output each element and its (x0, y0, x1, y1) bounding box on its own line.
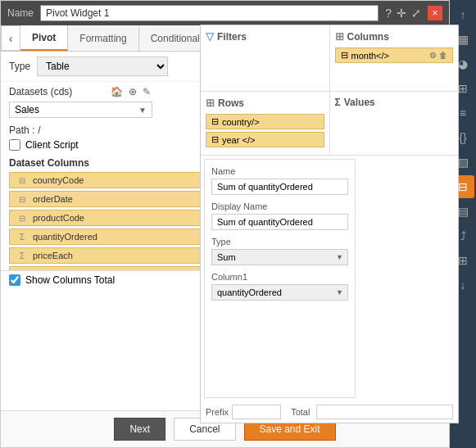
dataset-add-btn[interactable]: ⊕ (127, 85, 138, 98)
dim-icon: ⊟ (16, 176, 28, 185)
filters-label: Filters (217, 31, 247, 43)
pivot-config-panel: ▽ Filters ⊞ Columns ⊟ month</> ⚙ 🗑 (200, 25, 459, 423)
rows-country-tag[interactable]: ⊟ country/> (206, 114, 324, 129)
popup-display-name-input[interactable] (211, 214, 348, 230)
help-icon[interactable]: ? (385, 7, 392, 20)
datasets-header: Datasets (cds) 🏠 ⊕ ✎ (9, 85, 152, 98)
resize-icon[interactable]: ⤢ (411, 7, 421, 20)
dataset-name: Sales (15, 104, 138, 115)
filter-icon: ▽ (206, 30, 214, 43)
values-section: Σ Values (330, 92, 459, 155)
dataset-edit-btn[interactable]: ✎ (141, 85, 152, 98)
datasets-label: Datasets (cds) (9, 86, 72, 97)
dim-icon: ⊟ (16, 214, 28, 223)
dataset-dropdown[interactable]: Sales ▼ (9, 102, 152, 118)
popup-column1-field: Column1 quantityOrdered priceEach orderN… (211, 272, 348, 301)
popup-column1-select[interactable]: quantityOrdered priceEach orderNumber (211, 284, 348, 301)
datasets-icons: 🏠 ⊕ ✎ (109, 85, 152, 98)
total-label: Total (291, 407, 310, 417)
close-button[interactable]: × (428, 6, 442, 20)
show-columns-total-label: Show Columns Total (25, 274, 115, 286)
rows-values-area: ⊞ Rows ⊟ country/> ⊟ year </> Σ Values (201, 92, 458, 156)
col-name: quantityOrdered (33, 232, 97, 242)
rows-year-tag[interactable]: ⊟ year </> (206, 132, 324, 147)
col-name: priceEach (33, 251, 73, 260)
popup-column1-label: Column1 (211, 272, 348, 282)
tab-pivot[interactable]: Pivot (20, 25, 68, 51)
filters-section: ▽ Filters (201, 25, 330, 91)
show-columns-total-checkbox[interactable] (9, 274, 20, 286)
popup-name-field: Name (211, 166, 348, 195)
total-input[interactable] (316, 405, 453, 419)
tag-settings-icon[interactable]: ⚙ (429, 51, 437, 60)
popup-type-field: Type Sum Count Average Min Max (211, 237, 348, 265)
dataset-chevron-icon: ▼ (138, 106, 147, 115)
col-tag-icon: ⊟ (341, 50, 348, 61)
sigma-icon: Σ (335, 97, 341, 108)
columns-field-tag[interactable]: ⊟ month</> ⚙ 🗑 (335, 48, 454, 63)
prefix-total-row: Prefix Total (201, 401, 458, 423)
tab-prev-arrow[interactable]: ‹ (1, 25, 20, 51)
type-label: Type (9, 61, 30, 72)
measure-icon: Σ (16, 251, 28, 260)
popup-column1-select-wrapper: quantityOrdered priceEach orderNumber (211, 284, 348, 301)
col-name: orderDate (33, 194, 73, 204)
row-dim-icon: ⊟ (211, 116, 219, 127)
popup-type-label: Type (211, 237, 348, 247)
popup-type-select[interactable]: Sum Count Average Min Max (211, 249, 348, 265)
type-select[interactable]: Table (37, 57, 168, 76)
main-container: Name ? ✛ ⤢ × ‹ Pivot Formatting Conditio… (0, 0, 476, 448)
name-label: Name (7, 7, 34, 19)
client-script-checkbox[interactable] (9, 139, 20, 151)
client-script-label: Client Script (25, 139, 79, 151)
col-name: productCode (33, 213, 84, 223)
columns-label: Columns (347, 31, 389, 43)
popup-name-label: Name (211, 166, 348, 176)
popup-display-name-label: Display Name (211, 201, 348, 211)
path-value: / (38, 124, 40, 136)
popup-type-select-wrapper: Sum Count Average Min Max (211, 249, 348, 265)
popup-name-input[interactable] (211, 179, 348, 195)
next-button[interactable]: Next (114, 418, 165, 441)
path-label: Path : (9, 124, 34, 136)
dim-icon: ⊟ (16, 195, 28, 204)
title-icons: ? ✛ ⤢ (385, 7, 421, 20)
rows-label: Rows (218, 97, 244, 109)
tab-formatting[interactable]: Formatting (68, 25, 138, 51)
title-bar: Name ? ✛ ⤢ × (1, 1, 449, 25)
move-icon[interactable]: ✛ (397, 7, 406, 20)
filters-header: ▽ Filters (206, 30, 324, 43)
filters-columns-area: ▽ Filters ⊞ Columns ⊟ month</> ⚙ 🗑 (201, 25, 458, 92)
values-label: Values (344, 97, 375, 108)
rows-section: ⊞ Rows ⊟ country/> ⊟ year </> (201, 92, 330, 155)
values-header: Σ Values (335, 97, 454, 108)
tag-remove-icon[interactable]: 🗑 (439, 51, 447, 60)
columns-header: ⊞ Columns (335, 30, 454, 43)
widget-name-input[interactable] (40, 5, 379, 21)
prefix-input[interactable] (232, 405, 281, 419)
tag-action-icons: ⚙ 🗑 (429, 51, 447, 60)
datasets-section: Datasets (cds) 🏠 ⊕ ✎ Sales ▼ (9, 85, 152, 118)
columns-grid-icon: ⊞ (335, 30, 344, 43)
dataset-home-btn[interactable]: 🏠 (109, 85, 125, 98)
rows-header: ⊞ Rows (206, 97, 324, 109)
row-year-name: year </> (222, 135, 255, 145)
col-name: countryCode (33, 175, 84, 185)
prefix-label: Prefix (206, 407, 229, 417)
col-tag-name: month</> (351, 51, 389, 61)
sidebar-arrow-up[interactable]: ↑ (451, 3, 474, 26)
rows-grid-icon: ⊞ (206, 97, 215, 109)
values-popup: Name Display Name Type Sum Count Average… (204, 159, 356, 398)
row-country-name: country/> (222, 117, 260, 127)
popup-display-name-field: Display Name (211, 201, 348, 230)
measure-icon: Σ (16, 233, 28, 242)
columns-section: ⊞ Columns ⊟ month</> ⚙ 🗑 (330, 25, 459, 91)
row-dim2-icon: ⊟ (211, 134, 219, 145)
